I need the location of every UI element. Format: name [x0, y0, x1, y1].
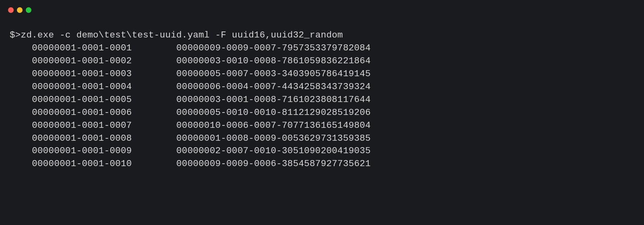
- terminal-window: $>zd.exe -c demo\test\test-uuid.yaml -F …: [0, 0, 644, 225]
- maximize-button[interactable]: [26, 7, 31, 13]
- output-row: 00000001-0001-0008 00000001-0008-0009-00…: [10, 132, 634, 145]
- output-block: 00000001-0001-0001 00000009-0009-0007-79…: [10, 42, 634, 171]
- output-row: 00000001-0001-0001 00000009-0009-0007-79…: [10, 42, 634, 55]
- output-row: 00000001-0001-0005 00000003-0001-0008-71…: [10, 94, 634, 106]
- output-row: 00000001-0001-0003 00000005-0007-0003-34…: [10, 68, 634, 81]
- output-row: 00000001-0001-0006 00000005-0010-0010-81…: [10, 106, 634, 119]
- output-row: 00000001-0001-0010 00000009-0009-0006-38…: [10, 158, 634, 171]
- output-row: 00000001-0001-0009 00000002-0007-0010-30…: [10, 145, 634, 158]
- close-button[interactable]: [8, 7, 14, 13]
- minimize-button[interactable]: [17, 7, 23, 13]
- terminal-content[interactable]: $>zd.exe -c demo\test\test-uuid.yaml -F …: [0, 17, 644, 179]
- command-text: zd.exe -c demo\test\test-uuid.yaml -F uu…: [21, 30, 343, 40]
- titlebar: [0, 0, 644, 17]
- prompt: $>: [10, 30, 21, 40]
- output-row: 00000001-0001-0004 00000006-0004-0007-44…: [10, 81, 634, 94]
- output-row: 00000001-0001-0007 00000010-0006-0007-70…: [10, 119, 634, 132]
- command-line: $>zd.exe -c demo\test\test-uuid.yaml -F …: [10, 29, 634, 42]
- output-row: 00000001-0001-0002 00000003-0010-0008-78…: [10, 55, 634, 68]
